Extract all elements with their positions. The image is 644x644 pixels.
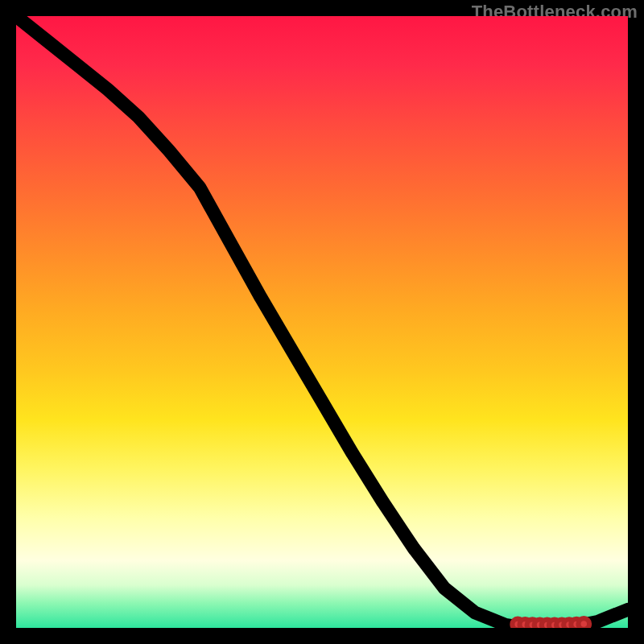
series-line xyxy=(16,16,628,627)
marker-cluster xyxy=(512,618,589,628)
chart-frame: TheBottleneck.com xyxy=(0,0,644,644)
plot-area xyxy=(16,16,628,628)
marker-dot xyxy=(578,618,589,628)
plot-svg xyxy=(16,16,628,628)
